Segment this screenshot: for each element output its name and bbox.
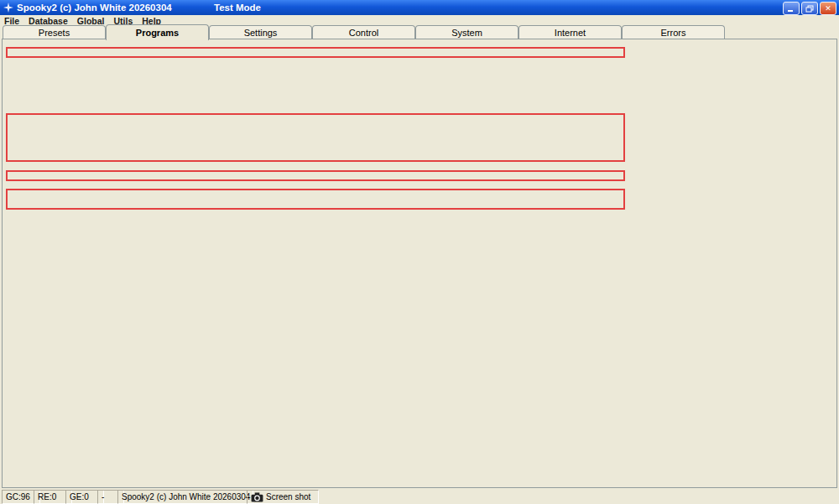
tab-errors[interactable]: Errors: [622, 25, 725, 39]
status-cell-4: Spooky2 (c) John White 20260304: [117, 490, 253, 504]
status-bar: GC:96RE:0GE:0-Spooky2 (c) John White 202…: [0, 489, 839, 504]
tab-internet[interactable]: Internet: [519, 25, 622, 39]
menu-file[interactable]: File: [4, 16, 19, 26]
minimize-button[interactable]: [783, 2, 800, 15]
camera-icon: [251, 492, 263, 502]
restore-button[interactable]: [801, 2, 818, 15]
title-bar: Spooky2 (c) John White 20260304 Test Mod…: [0, 0, 839, 15]
app-icon: [3, 3, 13, 13]
programs-tab-page: [2, 39, 837, 488]
tab-programs[interactable]: Programs: [106, 24, 209, 40]
tab-control[interactable]: Control: [312, 25, 415, 39]
test-mode-label: Test Mode: [214, 3, 261, 13]
tab-settings[interactable]: Settings: [209, 25, 312, 39]
screenshot-label: Screen shot: [266, 492, 310, 501]
window-title: Spooky2 (c) John White 20260304: [17, 3, 172, 13]
close-button[interactable]: ✕: [820, 2, 836, 15]
menu-global[interactable]: Global: [77, 16, 105, 26]
app-window: Spooky2 (c) John White 20260304 Test Mod…: [0, 0, 839, 504]
menu-database[interactable]: Database: [29, 16, 68, 26]
tab-system[interactable]: System: [415, 25, 519, 39]
screenshot-button[interactable]: Screen shot: [247, 490, 319, 504]
tab-presets[interactable]: Presets: [3, 25, 106, 39]
